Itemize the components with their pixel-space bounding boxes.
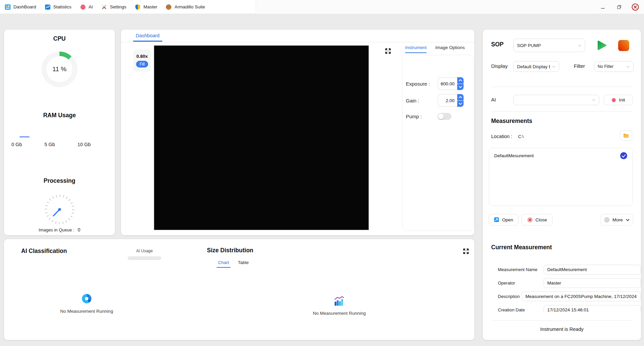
close-circle-icon (527, 217, 533, 223)
divider (491, 320, 633, 320)
sop-label: SOP (491, 41, 504, 48)
tab-table[interactable]: Table (237, 260, 249, 268)
expand-icon[interactable] (384, 47, 392, 55)
sop-select-value: SOP PUMP (517, 43, 541, 48)
gain-decrement-button[interactable] (457, 101, 464, 107)
nav-tab-ai[interactable]: AI (80, 4, 93, 10)
exposure-label: Exposure : (406, 81, 430, 87)
chevron-down-icon (552, 65, 556, 69)
close-icon[interactable] (631, 3, 639, 11)
filter-select-value: No Filter (598, 64, 613, 69)
processing-gauge (40, 190, 79, 229)
ai-init-button[interactable]: Init (604, 95, 633, 105)
gain-increment-button[interactable] (457, 94, 464, 100)
open-measurement-button[interactable]: Open (489, 214, 518, 225)
measurement-list-item[interactable]: DefaultMesurement (489, 148, 632, 159)
tab-chart[interactable]: Chart (217, 260, 230, 268)
chevron-down-icon (626, 218, 630, 222)
creation-date-field[interactable]: 17/12/2024 15:46:01 (544, 305, 641, 312)
nav-tab-label: Statistics (53, 4, 72, 9)
location-value: C:\ (518, 134, 524, 139)
description-field[interactable]: Measurement on a FC200SPump Machine, 17/… (522, 292, 641, 301)
more-actions-button[interactable]: More (601, 214, 633, 225)
instrument-status: Instrument is Ready (483, 327, 641, 332)
nav-tab-statistics[interactable]: Statistics (45, 4, 72, 10)
size-distribution-title: Size Distribution (205, 247, 255, 254)
tab-image-options[interactable]: Image Options (435, 45, 465, 53)
viewer-panel: Dashboard 0.80x Fill Instrument Image Op… (121, 30, 474, 235)
tab-dashboard[interactable]: Dashboard (133, 30, 162, 42)
size-distribution-placeholder: No Measurement Running (299, 295, 380, 316)
exposure-input[interactable]: 600.00 (438, 77, 457, 90)
sop-select[interactable]: SOP PUMP (513, 39, 585, 52)
form-row: Operator Master (483, 278, 641, 288)
ai-usage-label: AI Usage (121, 249, 168, 253)
placeholder-text: No Measurement Running (60, 309, 113, 314)
gain-label: Gain : (406, 98, 419, 103)
pump-toggle[interactable] (437, 113, 452, 120)
zoom-level-value: 0.80x (136, 54, 148, 59)
ai-label: AI (491, 97, 496, 102)
tab-instrument[interactable]: Instrument (405, 45, 427, 53)
play-sop-button[interactable] (596, 40, 608, 51)
display-label: Display (491, 63, 508, 69)
fill-button[interactable]: Fill (136, 61, 148, 68)
chevron-down-icon (578, 44, 582, 47)
ram-gauge-indicator (19, 136, 30, 137)
more-button-label: More (612, 217, 623, 222)
ram-tick: 0 Gb (11, 142, 22, 147)
nav-tab-label: AI (89, 4, 93, 9)
nav-tab-master[interactable]: Master (135, 4, 157, 10)
nav-tab-armadillo-suite[interactable]: Armadillo Suite (166, 4, 205, 10)
camera-live-view[interactable] (154, 45, 369, 230)
expand-icon[interactable] (462, 248, 470, 255)
location-label: Location : (491, 134, 512, 139)
cpu-title: CPU (4, 35, 115, 42)
filter-select[interactable]: No Filter (594, 61, 634, 72)
field-label: Description (498, 294, 522, 299)
display-select[interactable]: Default Display B (513, 61, 559, 72)
exposure-stepper: 600.00 (438, 77, 464, 90)
shield-icon (135, 4, 141, 10)
sop-panel: SOP SOP PUMP Display Default Display B F… (483, 30, 641, 340)
nav-tab-settings[interactable]: Settings (101, 4, 126, 10)
exposure-decrement-button[interactable] (457, 84, 464, 90)
ai-init-label: Init (619, 97, 625, 102)
gain-row: Gain : 2.00 (406, 94, 464, 107)
open-button-label: Open (502, 217, 513, 222)
ellipsis-icon (604, 217, 610, 223)
current-measurement-title: Current Measurement (491, 244, 552, 251)
gain-input[interactable]: 2.00 (438, 94, 457, 107)
close-measurement-button[interactable]: Close (521, 214, 553, 225)
field-label: Creation Date (498, 307, 544, 312)
processing-title: Processing (4, 177, 115, 184)
field-label: Operator (498, 280, 544, 286)
stop-sop-button[interactable] (618, 40, 629, 51)
minimize-icon[interactable] (599, 3, 607, 11)
pump-toggle-knob (438, 114, 444, 119)
nav-tab-label: Settings (110, 4, 126, 9)
measurement-name-field[interactable]: DefaultMesurement (544, 265, 641, 274)
settings-tools-icon (101, 4, 107, 10)
measurement-name: DefaultMesurement (494, 153, 534, 158)
ai-classification-title: AI Classification (21, 248, 67, 255)
bar-chart-icon (333, 295, 346, 306)
form-row: Creation Date 17/12/2024 15:46:01 (483, 305, 641, 312)
exposure-row: Exposure : 600.00 (406, 77, 464, 90)
open-icon (494, 217, 499, 222)
ai-brain-icon (80, 4, 86, 10)
browse-folder-button[interactable] (620, 130, 632, 141)
operator-field[interactable]: Master (544, 278, 641, 288)
ai-brain-icon (611, 98, 616, 102)
check-circle-icon[interactable] (620, 152, 627, 159)
exposure-increment-button[interactable] (457, 77, 464, 84)
system-monitor-panel: CPU 11 % RAM Usage 0 Gb 5 Gb 10 Gb Proce… (4, 30, 115, 235)
divider (491, 111, 633, 112)
ai-model-select[interactable] (513, 95, 599, 105)
nav-tab-label: DashBoard (13, 4, 36, 9)
current-measurement-form: Measurement Name DefaultMesurement Opera… (483, 265, 641, 312)
images-in-queue-label: Images in Queue : (39, 227, 74, 232)
restore-icon[interactable] (615, 3, 623, 11)
ai-classification-placeholder: No Measurement Running (46, 293, 127, 314)
nav-tab-dashboard[interactable]: DashBoard (5, 4, 36, 10)
